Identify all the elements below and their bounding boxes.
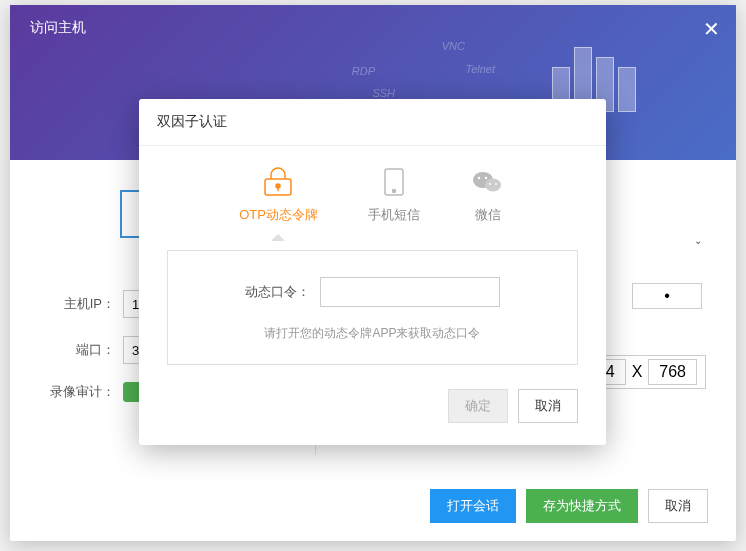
modal-cancel-button[interactable]: 取消: [518, 389, 578, 423]
window-title: 访问主机: [30, 19, 86, 37]
open-session-button[interactable]: 打开会话: [430, 489, 516, 523]
chevron-down-icon[interactable]: ⌄: [694, 235, 702, 246]
tab-sms[interactable]: 手机短信: [368, 166, 420, 224]
protocol-rdp-label: RDP: [310, 65, 375, 77]
tab-otp[interactable]: OTP动态令牌: [239, 166, 318, 224]
modal-ok-button[interactable]: 确定: [448, 389, 508, 423]
svg-point-4: [392, 190, 395, 193]
res-height[interactable]: 768: [648, 359, 697, 385]
close-icon[interactable]: ✕: [703, 17, 720, 41]
res-sep: X: [632, 363, 643, 381]
wechat-icon: [470, 166, 506, 198]
host-ip-label: 主机IP：: [50, 295, 115, 313]
save-shortcut-button[interactable]: 存为快捷方式: [526, 489, 638, 523]
protocol-ssh-label: SSH: [330, 87, 395, 99]
modal-title: 双因子认证: [139, 99, 606, 146]
tab-sms-label: 手机短信: [368, 206, 420, 224]
svg-point-10: [495, 183, 497, 185]
port-label: 端口：: [50, 341, 115, 359]
lock-icon: [260, 166, 296, 198]
tab-wechat[interactable]: 微信: [470, 166, 506, 224]
masked-field[interactable]: •: [632, 283, 702, 309]
auth-tabs: OTP动态令牌 手机短信: [139, 146, 606, 234]
protocol-vnc-label: VNC: [400, 40, 465, 52]
svg-point-8: [485, 177, 487, 179]
protocol-telnet-label: Telnet: [430, 63, 495, 75]
tab-otp-label: OTP动态令牌: [239, 206, 318, 224]
footer-buttons: 打开会话 存为快捷方式 取消: [430, 489, 708, 523]
svg-point-7: [478, 177, 480, 179]
modal-footer: 确定 取消: [139, 389, 606, 445]
audit-label: 录像审计：: [50, 383, 115, 401]
otp-input[interactable]: [320, 277, 500, 307]
svg-point-6: [485, 179, 501, 192]
cancel-button[interactable]: 取消: [648, 489, 708, 523]
active-tab-indicator: [271, 234, 285, 241]
two-factor-modal: 双因子认证 OTP动态令牌 手机短信: [139, 99, 606, 445]
phone-icon: [376, 166, 412, 198]
svg-point-9: [489, 183, 491, 185]
otp-form: 动态口令： 请打开您的动态令牌APP来获取动态口令: [167, 250, 578, 365]
tab-wechat-label: 微信: [475, 206, 501, 224]
svg-point-1: [276, 184, 280, 188]
otp-label: 动态口令：: [245, 283, 310, 301]
otp-hint: 请打开您的动态令牌APP来获取动态口令: [188, 325, 557, 342]
